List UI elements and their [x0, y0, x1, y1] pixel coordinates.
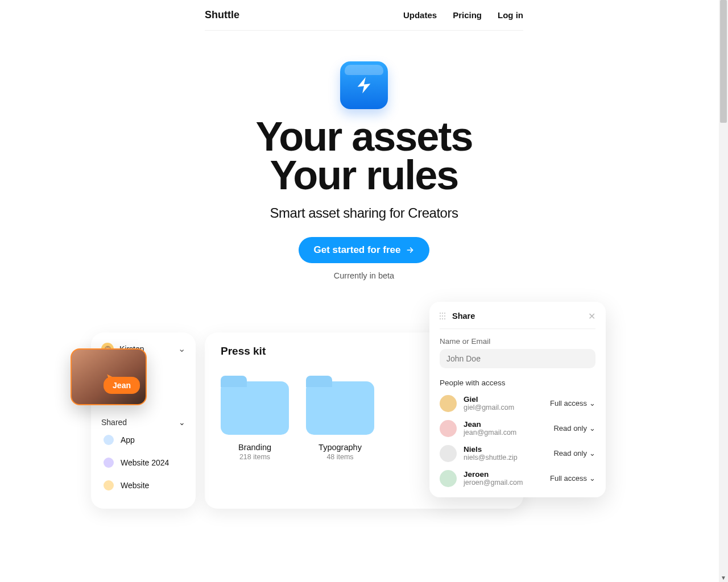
sidebar-item-website[interactable]: Website: [101, 476, 185, 495]
chevron-down-icon: ⌄: [589, 424, 595, 433]
access-label: Full access: [550, 399, 587, 408]
person-name: Giel: [464, 395, 514, 404]
sidebar-item-label: App: [121, 435, 135, 444]
workspace-icon: [104, 435, 114, 445]
sidebar-item-website-2024[interactable]: Website 2024: [101, 453, 185, 472]
nav-login[interactable]: Log in: [498, 10, 523, 20]
access-label: Full access: [550, 474, 587, 483]
workspace-icon: [104, 480, 114, 490]
access-label: Read only: [553, 424, 587, 433]
nav-updates[interactable]: Updates: [403, 10, 437, 20]
app-preview: 🐵 Kirsten ⌄ Jean Shared ⌄ App Website 20…: [205, 332, 523, 509]
chevron-down-icon: ⌄: [589, 474, 595, 483]
chevron-down-icon: ⌄: [589, 449, 595, 458]
avatar: [440, 420, 457, 437]
arrow-right-icon: [406, 246, 415, 255]
nav-pricing[interactable]: Pricing: [453, 10, 482, 20]
person-email: jean@gmail.com: [464, 429, 516, 436]
person-email: jeroen@gmail.com: [464, 479, 523, 487]
sidebar: 🐵 Kirsten ⌄ Jean Shared ⌄ App Website 20…: [91, 332, 196, 509]
collaborator-badge: Jean: [104, 377, 140, 394]
chevron-down-icon: ⌄: [589, 399, 595, 408]
chevron-down-icon: ⌄: [178, 343, 185, 354]
folder-icon: [306, 381, 374, 435]
person-row: Jeroenjeroen@gmail.com Full access⌄: [440, 470, 595, 487]
close-icon[interactable]: ✕: [588, 311, 595, 322]
cta-button[interactable]: Get started for free: [299, 237, 429, 263]
share-panel: Share ✕ Name or Email People with access…: [429, 302, 606, 497]
top-nav: Shuttle Updates Pricing Log in: [205, 0, 523, 31]
avatar: [440, 470, 457, 487]
scroll-thumb[interactable]: [720, 0, 727, 123]
sidebar-item-label: Website 2024: [121, 458, 169, 467]
shared-label: Shared: [101, 418, 127, 427]
drag-handle-icon[interactable]: [440, 313, 446, 319]
beta-note: Currently in beta: [205, 271, 523, 280]
access-dropdown[interactable]: Full access⌄: [550, 399, 595, 408]
access-dropdown[interactable]: Full access⌄: [550, 474, 595, 483]
share-input-label: Name or Email: [440, 337, 595, 346]
person-name: Niels: [464, 445, 518, 454]
person-row: Jeanjean@gmail.com Read only⌄: [440, 420, 595, 437]
sidebar-item-app[interactable]: App: [101, 430, 185, 450]
headline: Your assets Your rules: [205, 117, 523, 195]
person-email: niels@shuttle.zip: [464, 454, 518, 462]
person-row: Nielsniels@shuttle.zip Read only⌄: [440, 445, 595, 462]
folder-typography[interactable]: Typography 48 items: [306, 381, 374, 461]
hero: Your assets Your rules Smart asset shari…: [205, 31, 523, 280]
scrollbar[interactable]: ▼: [719, 0, 728, 582]
access-dropdown[interactable]: Read only⌄: [553, 424, 595, 433]
main-panel: Press kit Branding 218 items Typography …: [205, 332, 523, 509]
headline-line2: Your rules: [205, 156, 523, 194]
headline-line1: Your assets: [205, 117, 523, 156]
share-input[interactable]: [440, 349, 595, 368]
app-icon: [340, 61, 388, 109]
folder-name: Branding: [221, 443, 289, 452]
shared-section[interactable]: Shared ⌄: [101, 418, 185, 427]
collaborator-preview: Jean: [71, 348, 147, 405]
chevron-down-icon: ⌄: [179, 418, 185, 427]
person-name: Jeroen: [464, 470, 523, 479]
brand[interactable]: Shuttle: [205, 9, 239, 21]
workspace-icon: [104, 458, 114, 468]
folder-branding[interactable]: Branding 218 items: [221, 381, 289, 461]
folder-icon: [221, 381, 289, 435]
person-email: giel@gmail.com: [464, 404, 514, 411]
access-dropdown[interactable]: Read only⌄: [553, 449, 595, 458]
scroll-down-icon[interactable]: ▼: [721, 575, 726, 581]
person-row: Gielgiel@gmail.com Full access⌄: [440, 395, 595, 412]
access-label: Read only: [553, 449, 587, 458]
avatar: [440, 395, 457, 412]
folder-name: Typography: [306, 443, 374, 452]
folder-count: 48 items: [306, 453, 374, 461]
avatar: [440, 445, 457, 462]
cta-label: Get started for free: [313, 244, 400, 256]
sidebar-item-label: Website: [121, 481, 149, 490]
tagline: Smart asset sharing for Creators: [205, 205, 523, 221]
people-label: People with access: [440, 379, 595, 387]
person-name: Jean: [464, 420, 516, 429]
folder-count: 218 items: [221, 453, 289, 461]
share-title: Share: [452, 311, 475, 321]
